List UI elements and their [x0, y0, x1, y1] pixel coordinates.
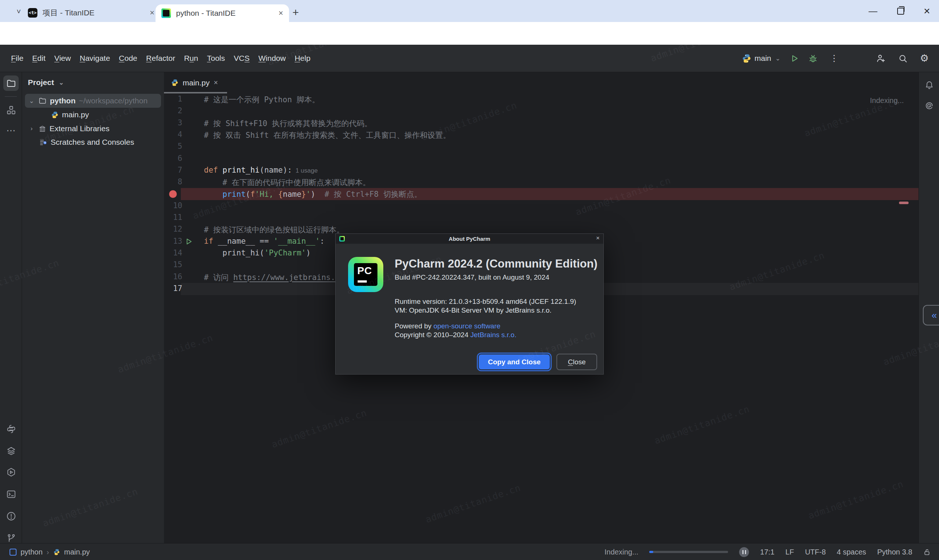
- line-number: 8: [164, 177, 182, 186]
- window-restore-button[interactable]: [888, 0, 913, 22]
- interpreter-widget[interactable]: Python 3.8: [877, 548, 912, 556]
- new-tab-button[interactable]: +: [288, 5, 303, 20]
- run-gutter-icon[interactable]: [185, 237, 193, 246]
- dialog-close-icon[interactable]: ×: [596, 235, 600, 242]
- menu-file[interactable]: File: [6, 52, 28, 65]
- menu-code[interactable]: Code: [114, 52, 142, 65]
- line-ending-widget[interactable]: LF: [785, 548, 794, 556]
- notifications-button[interactable]: [921, 77, 937, 93]
- breadcrumb-file[interactable]: main.py: [64, 548, 90, 556]
- code-line-10[interactable]: 10: [164, 200, 919, 212]
- more-tool-windows-button[interactable]: ⋯: [3, 123, 19, 138]
- menu-edit[interactable]: Edit: [28, 52, 50, 65]
- tab-close-icon[interactable]: ×: [214, 78, 218, 87]
- editor-tab-bar: main.py ×: [164, 72, 919, 94]
- search-everywhere-button[interactable]: [898, 45, 908, 72]
- tab-title: 项目 - TitanIDE: [43, 8, 95, 18]
- code-line-11[interactable]: 11: [164, 212, 919, 224]
- menu-window[interactable]: Window: [254, 52, 290, 65]
- chevron-right-icon[interactable]: ›: [28, 125, 35, 132]
- code-line-2[interactable]: 2: [164, 105, 919, 117]
- jetbrains-link[interactable]: JetBrains s.r.o.: [470, 331, 517, 338]
- strip-divider: [5, 96, 17, 97]
- tool-terminal-button[interactable]: [3, 486, 19, 502]
- tab-close-icon[interactable]: ×: [278, 8, 283, 18]
- browser-tab-inactive[interactable]: <t> 项目 - TitanIDE ×: [22, 5, 160, 21]
- line-number: 2: [164, 106, 182, 115]
- ai-assistant-button[interactable]: [921, 98, 937, 113]
- tree-row-external-libraries[interactable]: › External Libraries: [25, 122, 161, 135]
- window-minimize-button[interactable]: —: [860, 0, 886, 22]
- menu-run[interactable]: Run: [180, 52, 203, 65]
- open-source-link[interactable]: open-source software: [433, 322, 501, 330]
- project-icon: [9, 549, 17, 555]
- copy-and-close-button[interactable]: Copy and Close: [478, 354, 550, 370]
- code-with-me-button[interactable]: [876, 45, 886, 72]
- tool-structure-button[interactable]: [3, 102, 19, 118]
- vm-info: VM: OpenJDK 64-Bit Server VM by JetBrain…: [395, 306, 576, 315]
- menu-view[interactable]: View: [50, 52, 75, 65]
- code-text: # 按 双击 Shift 在所有地方搜索类、文件、工具窗口、操作和设置。: [204, 130, 450, 140]
- window-close-button[interactable]: ×: [914, 0, 939, 22]
- breadcrumb-project[interactable]: python: [20, 548, 43, 556]
- dialog-title-bar[interactable]: About PyCharm ×: [336, 234, 603, 244]
- run-button[interactable]: [789, 45, 799, 72]
- menu-help[interactable]: Help: [290, 52, 315, 65]
- lock-open-icon[interactable]: [923, 548, 931, 556]
- python-logo-icon: [742, 54, 752, 63]
- browser-tab-active[interactable]: python - TitanIDE ×: [156, 5, 289, 22]
- editor-tab-mainpy[interactable]: main.py ×: [164, 72, 227, 93]
- line-number: 14: [164, 248, 182, 257]
- runtime-version: Runtime version: 21.0.3+13-b509.4 amd64 …: [395, 297, 576, 306]
- line-number: 15: [164, 260, 182, 269]
- menu-vcs[interactable]: VCS: [229, 52, 254, 65]
- tab-close-icon[interactable]: ×: [150, 8, 154, 18]
- tool-project-button[interactable]: [3, 75, 19, 91]
- search-icon: [898, 54, 908, 63]
- project-panel: Project ⌄ ⌄ python ~/workspace/python ma…: [22, 72, 164, 543]
- line-number: 16: [164, 272, 182, 281]
- code-line-4[interactable]: 4# 按 双击 Shift 在所有地方搜索类、文件、工具窗口、操作和设置。: [164, 129, 919, 141]
- code-line-6[interactable]: 6: [164, 153, 919, 165]
- pause-indexing-button[interactable]: [739, 547, 749, 557]
- code-line-1[interactable]: 1# 这是一个示例 Python 脚本。: [164, 94, 919, 106]
- tool-python-packages-button[interactable]: [3, 421, 19, 437]
- tree-row-mainpy[interactable]: main.py: [25, 108, 161, 122]
- close-button[interactable]: Close: [557, 354, 597, 370]
- chevron-down-icon[interactable]: ⌄: [28, 97, 35, 105]
- encoding-widget[interactable]: UTF-8: [805, 548, 826, 556]
- pycharm-mini-icon: [339, 236, 345, 242]
- tree-row-project-root[interactable]: ⌄ python ~/workspace/python: [25, 94, 161, 108]
- run-configuration-selector[interactable]: main ⌄: [742, 45, 782, 72]
- project-panel-header[interactable]: Project ⌄: [28, 72, 65, 93]
- main-menu: FileEditViewNavigateCodeRefactorRunTools…: [6, 45, 315, 72]
- debug-button[interactable]: [808, 45, 818, 72]
- code-line-9[interactable]: print(f'Hi, {name}') # 按 Ctrl+F8 切换断点。: [164, 188, 919, 200]
- browser-tab-strip: ˅ <t> 项目 - TitanIDE × python - TitanIDE …: [0, 0, 939, 22]
- menu-navigate[interactable]: Navigate: [75, 52, 114, 65]
- editor-tab-title: main.py: [183, 78, 210, 87]
- tool-problems-button[interactable]: [3, 508, 19, 524]
- hide-panel-button[interactable]: «: [923, 305, 939, 325]
- python-file-icon: [171, 79, 179, 86]
- settings-button[interactable]: ⚙: [920, 45, 929, 72]
- code-line-8[interactable]: 8 # 在下面的代码行中使用断点来调试脚本。: [164, 176, 919, 188]
- more-actions-button[interactable]: ⋮: [830, 45, 839, 72]
- indent-widget[interactable]: 4 spaces: [837, 548, 866, 556]
- tool-services-layers-button[interactable]: [3, 443, 19, 458]
- menu-tools[interactable]: Tools: [202, 52, 229, 65]
- breakpoint-icon[interactable]: [169, 190, 177, 198]
- caret-position-widget[interactable]: 17:1: [760, 548, 774, 556]
- indexing-status-label: Indexing...: [604, 548, 638, 556]
- tool-services-button[interactable]: [3, 465, 19, 480]
- terminal-icon: [6, 489, 16, 499]
- code-line-5[interactable]: 5: [164, 141, 919, 153]
- ide-main-toolbar: FileEditViewNavigateCodeRefactorRunTools…: [0, 45, 939, 72]
- chevron-down-icon: ⌄: [58, 79, 65, 86]
- root-path-hint: ~/workspace/python: [79, 96, 148, 105]
- code-line-7[interactable]: 7def print_hi(name): 1 usage: [164, 165, 919, 177]
- code-line-3[interactable]: 3# 按 Shift+F10 执行或将其替换为您的代码。: [164, 117, 919, 129]
- tree-row-scratches[interactable]: Scratches and Consoles: [25, 135, 161, 149]
- line-number: 10: [164, 201, 182, 210]
- menu-refactor[interactable]: Refactor: [142, 52, 179, 65]
